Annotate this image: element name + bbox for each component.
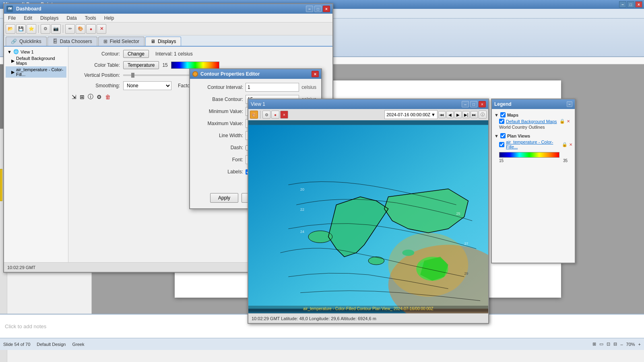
nav-next-btn[interactable]: ▶| [462, 111, 470, 118]
svg-text:20: 20 [300, 187, 304, 191]
delete-icon[interactable]: ✕ [567, 119, 570, 123]
ppt-language: Greek [72, 342, 84, 347]
sidebar-view1[interactable]: ▼ 🌐 View 1 [6, 48, 66, 55]
idv-icon: 🗺 [6, 6, 13, 12]
toolbar-circle-btn[interactable]: ● [86, 24, 96, 34]
color-table-btn[interactable]: Temperature [123, 61, 159, 69]
apply-btn[interactable]: Apply [210, 193, 238, 203]
ppt-zoom-in[interactable]: + [638, 342, 641, 347]
air-delete-icon[interactable]: ✕ [569, 142, 572, 147]
legend-colorbar-container: 15 35 [494, 152, 572, 163]
air-temp-link[interactable]: air_temperature - Color-Fille... [506, 140, 559, 149]
contour-interval-input[interactable] [246, 83, 299, 92]
menu-help[interactable]: Help [103, 14, 116, 22]
field-selector-icon: ⊞ [103, 39, 107, 44]
expand-icon-btn[interactable]: ⇲ [72, 94, 76, 100]
ppt-minimize-btn[interactable]: – [619, 1, 626, 8]
view-tool-1[interactable]: 🎨 [250, 111, 258, 119]
toolbar-pencil-btn[interactable]: ✏ [65, 24, 75, 34]
sidebar-air-temp[interactable]: ▶ air_temperature - Color-Fill... [6, 66, 66, 78]
view-settings-btn[interactable]: ⚙ [262, 111, 270, 119]
idv-maximize-btn[interactable]: □ [314, 6, 322, 12]
smoothing-label: Smoothing: [72, 83, 120, 88]
idv-minimize-btn[interactable]: – [306, 6, 313, 12]
maps-expand-icon[interactable]: ▼ [494, 113, 499, 117]
view-titlebar: View 1 – □ × [248, 99, 488, 109]
legend-air-temp: air_temperature - Color-Fille... 🔒 ✕ [494, 139, 572, 150]
tab-data-choosers[interactable]: 🗄 Data Choosers [47, 37, 97, 46]
plan-views-expand-icon[interactable]: ▼ [494, 134, 499, 138]
toolbar-sep-1 [38, 25, 39, 33]
contour-interval-row: Contour Interval: celsius [195, 83, 316, 92]
tab-quicklinks[interactable]: 🔗 Quicklinks [6, 37, 47, 46]
toolbar-camera-btn[interactable]: 📷 [51, 24, 61, 34]
tab-field-selector[interactable]: ⊞ Field Selector [98, 37, 144, 46]
idv-title: Dashboard [16, 6, 41, 12]
legend-bg-maps: Default Background Maps 🔒 ✕ [494, 118, 572, 124]
ppt-close-btn[interactable]: × [635, 1, 642, 8]
view-maximize-btn[interactable]: □ [470, 101, 477, 107]
idv-view-window: View 1 – □ × 🎨 ⚙ ● × 2024-07-16 00:00:00… [248, 99, 489, 324]
nav-last-btn[interactable]: ⏭ [471, 111, 478, 118]
ppt-view-reading[interactable]: ⊡ [607, 341, 610, 347]
view-close-btn[interactable]: × [479, 101, 486, 107]
tab-displays[interactable]: 🖥 Displays [145, 37, 181, 46]
menu-displays[interactable]: Displays [39, 14, 60, 22]
nav-play-btn[interactable]: ▶ [454, 111, 462, 118]
view-minimize-btn[interactable]: – [462, 101, 469, 107]
color-table-label: Color Table: [72, 62, 120, 68]
nav-info-btn[interactable]: ⓘ [479, 111, 487, 119]
legend-colorbar [499, 152, 559, 158]
dialog-titlebar: Contour Properties Editor × [190, 69, 321, 79]
tab-data-choosers-label: Data Choosers [60, 39, 92, 44]
contour-label: Contour: [72, 51, 120, 57]
ppt-maximize-btn[interactable]: □ [627, 1, 634, 8]
menu-tools[interactable]: Tools [83, 14, 98, 22]
nav-prev-btn[interactable]: ◀ [446, 111, 454, 118]
lock-icon: 🔒 [559, 119, 565, 124]
delete-icon-btn[interactable]: 🗑 [105, 94, 111, 100]
idv-close-btn[interactable]: × [323, 6, 330, 12]
view-x-btn[interactable]: × [280, 111, 288, 119]
menu-edit[interactable]: Edit [22, 14, 34, 22]
svg-text:27: 27 [464, 242, 468, 246]
date-dropdown[interactable]: ▼ [431, 112, 436, 117]
maps-label: Maps [507, 113, 518, 117]
thumbnail-icon-btn[interactable]: ⊞ [80, 94, 85, 100]
tab-field-selector-label: Field Selector [110, 39, 139, 44]
settings-icon-btn[interactable]: ⚙ [97, 94, 102, 100]
view-circle-btn[interactable]: ● [271, 111, 279, 119]
toolbar-bookmark-btn[interactable]: ⭐ [27, 24, 36, 34]
ppt-titlebar-controls: – □ × [619, 1, 642, 8]
menu-file[interactable]: File [6, 14, 17, 22]
legend-controls: – [567, 101, 572, 107]
ppt-view-slide[interactable]: ▭ [599, 341, 603, 347]
contour-change-btn[interactable]: Change [123, 50, 149, 58]
slider-thumb[interactable] [131, 73, 134, 78]
ppt-view-normal[interactable]: ⊞ [592, 341, 596, 347]
plan-views-checkbox[interactable] [500, 133, 506, 138]
data-choosers-icon: 🗄 [53, 39, 58, 44]
dialog-close-btn[interactable]: × [312, 71, 319, 77]
max-value-label: Maximum Value: [195, 121, 243, 126]
ppt-zoom-out[interactable]: – [620, 342, 623, 347]
smoothing-select[interactable]: None 5-point 9-point [123, 81, 171, 90]
toolbar-color-btn[interactable]: 🎨 [76, 24, 85, 34]
menu-data[interactable]: Data [65, 14, 78, 22]
ppt-view-presenter[interactable]: ⊟ [613, 341, 617, 347]
sidebar-bg-maps[interactable]: ▶ Default Background Maps [6, 55, 66, 66]
ppt-yellow-bar [0, 169, 2, 201]
toolbar-settings-btn[interactable]: ⚙ [41, 24, 50, 34]
toolbar-save-btn[interactable]: 💾 [16, 24, 26, 34]
dialog-icon [192, 71, 198, 77]
bg-maps-link[interactable]: Default Background Maps [506, 119, 557, 124]
toolbar-open-btn[interactable]: 📂 [6, 24, 15, 34]
bg-maps-checkbox[interactable] [499, 119, 504, 124]
legend-min-btn[interactable]: – [567, 101, 572, 107]
toolbar-x-btn[interactable]: ✕ [97, 24, 106, 34]
idv-sidebar: ▼ 🌐 View 1 ▶ Default Background Maps ▶ a… [4, 47, 68, 262]
info-icon-btn[interactable]: ⓘ [88, 93, 93, 101]
air-temp-checkbox[interactable] [499, 142, 504, 147]
maps-checkbox[interactable] [500, 112, 506, 117]
nav-first-btn[interactable]: ⏮ [438, 111, 446, 118]
